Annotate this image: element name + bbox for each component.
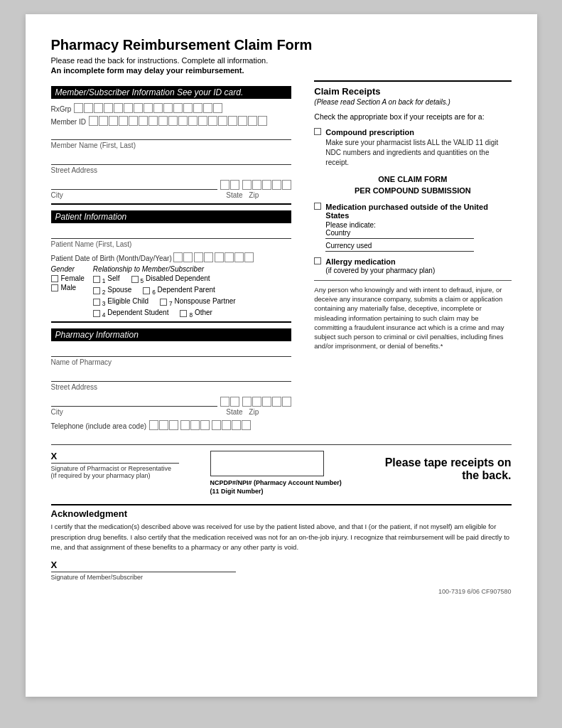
compound-title: Compound prescription xyxy=(325,128,414,136)
currency-field[interactable] xyxy=(325,251,474,252)
rel-eligible-child-checkbox[interactable] xyxy=(93,299,100,306)
rel-row-4: 4 Dependent Student 8 Other xyxy=(93,309,236,318)
female-checkbox-row: Female xyxy=(51,274,85,282)
country-field[interactable] xyxy=(325,238,474,239)
rel-other: 8 Other xyxy=(180,309,212,318)
female-label: Female xyxy=(61,274,85,282)
rxgrp-input[interactable] xyxy=(74,103,222,113)
rel-disabled-checkbox[interactable] xyxy=(131,276,139,283)
right-column: Claim Receipts (Please read Section A on… xyxy=(308,80,511,433)
rel-row-1: 1 Self 5 Disabled Dependent xyxy=(93,274,236,284)
rel-dep-student: 4 Dependent Student xyxy=(93,309,169,318)
allergy-item: Allergy medication (if covered by your p… xyxy=(314,257,511,274)
member-name-label: Member Name (First, Last) xyxy=(51,141,292,149)
outside-us-item: Medication purchased outside of the Unit… xyxy=(314,203,511,252)
pharmacy-state-boxes[interactable] xyxy=(220,397,239,407)
patient-dob-row: Patient Date of Birth (Month/Day/Year) xyxy=(51,252,292,262)
male-checkbox-row: Male xyxy=(51,284,85,291)
currency-label: Currency used xyxy=(325,242,372,250)
form-footer: 100-7319 6/06 CF907580 xyxy=(51,588,512,595)
rel-disabled: 5 Disabled Dependent xyxy=(131,274,210,284)
tape-receipts-text: Please tape receipts on the back. xyxy=(369,451,512,482)
member-name-field[interactable] xyxy=(51,154,292,165)
member-state-boxes[interactable] xyxy=(220,180,239,190)
male-checkbox[interactable] xyxy=(51,284,58,291)
member-divider xyxy=(51,203,292,205)
member-id-label: Member ID xyxy=(51,118,86,126)
tel-middle xyxy=(180,420,210,430)
allergy-checkbox[interactable] xyxy=(314,257,321,264)
member-id-row: Member ID xyxy=(51,116,292,126)
claim-receipts-title: Claim Receipts xyxy=(314,86,511,97)
pharmacist-sig-label2: (If required by your pharmacy plan) xyxy=(51,472,193,479)
telephone-row: Telephone (include area code) xyxy=(51,420,292,430)
ncpdp-box[interactable] xyxy=(210,451,324,476)
telephone-input[interactable] xyxy=(149,420,251,430)
member-sig-label: Signature of Member/Subscriber xyxy=(51,574,512,581)
fraud-notice: Any person who knowingly and with intent… xyxy=(314,280,511,351)
rel-nonspouse-checkbox[interactable] xyxy=(160,299,167,306)
claim-receipts-subtitle: (Please read Section A on back for detai… xyxy=(314,98,511,106)
gender-label: Gender xyxy=(51,265,85,273)
member-id-input[interactable] xyxy=(89,116,267,126)
outside-us-title: Medication purchased outside of the Unit… xyxy=(325,203,511,220)
member-street-field[interactable] xyxy=(51,178,218,190)
rel-dep-student-checkbox[interactable] xyxy=(93,310,100,317)
patient-section-header: Patient Information xyxy=(51,210,292,223)
pharmacy-section-header: Pharmacy Information xyxy=(51,328,292,341)
acknowledgment-title: Acknowledgment xyxy=(51,504,512,519)
rel-nonspouse: 7 Nonspouse Partner xyxy=(160,297,236,307)
pharmacy-name-label: Name of Pharmacy xyxy=(51,358,292,366)
pharmacist-sig-line[interactable] xyxy=(51,463,179,464)
rel-spouse-checkbox[interactable] xyxy=(93,287,100,294)
patient-dob-dd[interactable] xyxy=(194,252,213,262)
compound-checkbox-row: Compound prescription xyxy=(314,128,511,136)
member-zip-boxes[interactable] xyxy=(242,180,291,190)
outside-us-checkbox[interactable] xyxy=(314,203,321,210)
member-sig-line[interactable] xyxy=(51,572,236,572)
pharmacy-street-field[interactable] xyxy=(51,395,218,407)
female-checkbox[interactable] xyxy=(51,275,58,282)
ncpdp-label2: (11 Digit Number) xyxy=(210,488,352,496)
tel-area xyxy=(149,420,178,430)
page-title: Pharmacy Reimbursement Claim Form xyxy=(51,37,512,53)
member-sig-area: X Signature of Member/Subscriber xyxy=(51,560,512,581)
pharmacist-sig-x: X xyxy=(51,451,193,461)
pharmacy-zip-boxes[interactable] xyxy=(242,397,291,407)
country-label: Country xyxy=(325,229,350,237)
relationship-label: Relationship to Member/Subscriber xyxy=(93,265,236,273)
telephone-label: Telephone (include area code) xyxy=(51,422,147,430)
rel-self-checkbox[interactable] xyxy=(93,276,100,283)
patient-dob-mm[interactable] xyxy=(173,252,193,262)
compound-desc: Make sure your pharmacist lists ALL the … xyxy=(314,138,511,168)
relationship-col: Relationship to Member/Subscriber 1 Self… xyxy=(93,265,236,318)
member-street-label: Street Address xyxy=(51,166,292,174)
gender-col: Gender Female Male xyxy=(51,265,85,318)
patient-dob-label: Patient Date of Birth (Month/Day/Year) xyxy=(51,255,172,262)
member-csz-labels: City State Zip xyxy=(51,191,292,199)
pharmacy-name-field[interactable] xyxy=(51,346,292,357)
rel-self: 1 Self xyxy=(93,274,120,284)
patient-name-field[interactable] xyxy=(51,228,292,239)
compound-checkbox[interactable] xyxy=(314,128,321,135)
outside-us-indicate: Please indicate: Country Currency used xyxy=(314,221,511,252)
form-page: Pharmacy Reimbursement Claim Form Please… xyxy=(26,14,537,697)
bottom-section: X Signature of Pharmacist or Representat… xyxy=(51,444,512,496)
patient-dob-yyyy[interactable] xyxy=(215,252,254,262)
rel-dep-parent-checkbox[interactable] xyxy=(143,287,150,294)
rel-dep-parent: 6 Dependent Parent xyxy=(143,286,215,296)
right-top-divider xyxy=(314,80,511,82)
rel-other-checkbox[interactable] xyxy=(180,310,187,317)
ncpdp-label1: NCPDP#/NPI# (Pharmacy Account Number) xyxy=(210,479,352,488)
rel-row-2: 2 Spouse 6 Dependent Parent xyxy=(93,286,236,296)
pharmacy-name-field2[interactable] xyxy=(51,370,292,382)
patient-name-label: Patient Name (First, Last) xyxy=(51,240,292,248)
member-sig-x: X xyxy=(51,560,512,570)
gender-relationship-section: Gender Female Male Relationship to Membe… xyxy=(51,265,292,318)
outside-us-checkbox-row: Medication purchased outside of the Unit… xyxy=(314,203,511,220)
ncpdp-area: NCPDP#/NPI# (Pharmacy Account Number) (1… xyxy=(210,451,352,496)
tel-last xyxy=(212,420,251,430)
one-claim-box: ONE CLAIM FORM PER COMPOUND SUBMISSION xyxy=(314,173,511,197)
allergy-desc: (if covered by your pharmacy plan) xyxy=(325,267,435,274)
subtitle: Please read the back for instructions. C… xyxy=(51,56,512,65)
